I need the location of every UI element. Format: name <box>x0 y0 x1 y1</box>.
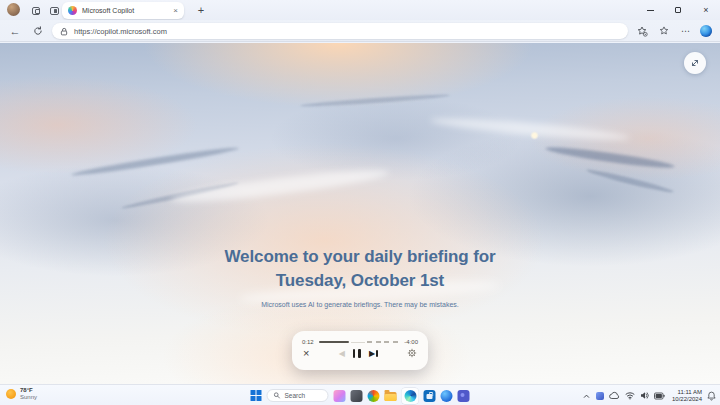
edge-icon[interactable] <box>402 388 419 404</box>
previous-track-icon[interactable]: ◀ <box>339 349 345 358</box>
heading-line-2: Tuesday, October 1st <box>0 269 720 293</box>
taskbar-center: Search <box>251 385 470 405</box>
file-explorer-icon[interactable] <box>385 390 397 402</box>
screen: Microsoft Copilot × + × ← https://copilo… <box>0 0 720 405</box>
minimize-button[interactable] <box>636 0 664 20</box>
wave-streak <box>586 167 675 195</box>
wave-highlight <box>170 165 390 208</box>
clock-date: 10/22/2024 <box>672 396 702 403</box>
wave-streak <box>300 93 450 108</box>
wave-highlight <box>430 114 630 143</box>
taskbar-search[interactable]: Search <box>267 389 329 402</box>
system-tray: 11:11 AM 10/22/2024 <box>582 385 716 405</box>
wave-streak <box>70 145 239 179</box>
player-controls: ◀ ▶ <box>339 349 378 358</box>
profile-avatar[interactable] <box>7 3 20 16</box>
next-track-icon[interactable]: ▶ <box>369 349 378 358</box>
volume-icon[interactable] <box>640 391 649 400</box>
search-icon <box>274 392 281 399</box>
chapter-dashes <box>367 341 400 343</box>
progress-bar[interactable] <box>319 340 400 344</box>
onedrive-cloud-icon[interactable] <box>609 391 620 400</box>
pause-icon[interactable] <box>353 349 361 358</box>
page-title: Welcome to your daily briefing for Tuesd… <box>0 245 720 293</box>
refresh-button[interactable] <box>30 24 46 38</box>
tab-actions-icon[interactable] <box>47 4 61 17</box>
ai-disclaimer: Microsoft uses AI to generate briefings.… <box>0 301 720 308</box>
photos-icon[interactable] <box>368 390 380 402</box>
tab-title: Microsoft Copilot <box>82 7 168 14</box>
expand-button[interactable] <box>684 52 706 74</box>
browser-tab[interactable]: Microsoft Copilot × <box>62 2 184 19</box>
search-label: Search <box>285 392 306 399</box>
close-window-button[interactable]: × <box>692 0 720 20</box>
copilot-sidebar-icon[interactable] <box>700 25 712 37</box>
more-menu-icon[interactable]: ⋯ <box>678 24 694 38</box>
wifi-icon[interactable] <box>625 391 635 400</box>
copilot-app-icon[interactable] <box>334 390 346 402</box>
outlook-icon[interactable] <box>441 390 453 402</box>
site-settings-icon[interactable] <box>634 24 650 38</box>
task-view-icon[interactable] <box>351 390 363 402</box>
heading-line-1: Welcome to your daily briefing for <box>0 245 720 269</box>
sun-icon <box>6 389 16 399</box>
store-icon[interactable] <box>424 390 436 402</box>
maximize-button[interactable] <box>664 0 692 20</box>
page-content: Welcome to your daily briefing for Tuesd… <box>0 43 720 384</box>
lock-icon <box>60 27 68 36</box>
weather-condition: Sunny <box>20 394 37 401</box>
progress-fill <box>319 341 349 344</box>
copilot-favicon-icon <box>68 6 77 15</box>
favorites-icon[interactable] <box>656 24 672 38</box>
browser-toolbar: ← https://copilot.microsoft.com <box>0 20 720 42</box>
back-button[interactable]: ← <box>7 24 23 38</box>
window-controls: × <box>636 0 720 20</box>
wave-streak <box>545 144 675 171</box>
weather-temp: 78°F <box>20 387 37 394</box>
weather-widget[interactable]: 78°F Sunny <box>6 387 37 401</box>
player-close-icon[interactable]: × <box>303 348 309 358</box>
tray-app-icon[interactable] <box>596 392 604 400</box>
start-button[interactable] <box>251 390 262 401</box>
expand-icon <box>690 58 700 68</box>
teams-icon[interactable] <box>458 390 470 402</box>
audio-player: 0:12 -4:00 × ◀ ▶ <box>292 331 428 370</box>
tab-close-icon[interactable]: × <box>173 7 178 15</box>
elapsed-time: 0:12 <box>302 339 314 345</box>
taskbar-clock[interactable]: 11:11 AM 10/22/2024 <box>672 389 702 402</box>
battery-icon[interactable] <box>654 392 665 400</box>
browser-tab-strip: Microsoft Copilot × + × <box>0 0 720 20</box>
new-tab-button[interactable]: + <box>193 2 209 18</box>
remaining-time: -4:00 <box>404 339 418 345</box>
sun-glint <box>530 131 539 140</box>
notification-bell-icon[interactable] <box>707 391 716 401</box>
refresh-icon <box>33 26 43 36</box>
address-bar[interactable]: https://copilot.microsoft.com <box>52 23 628 39</box>
tray-chevron-icon[interactable] <box>582 392 591 400</box>
taskbar: 78°F Sunny Search <box>0 384 720 405</box>
progress-track <box>351 342 365 343</box>
url-text: https://copilot.microsoft.com <box>74 27 167 36</box>
player-settings-icon[interactable] <box>407 348 417 358</box>
workspaces-icon[interactable] <box>29 4 43 17</box>
